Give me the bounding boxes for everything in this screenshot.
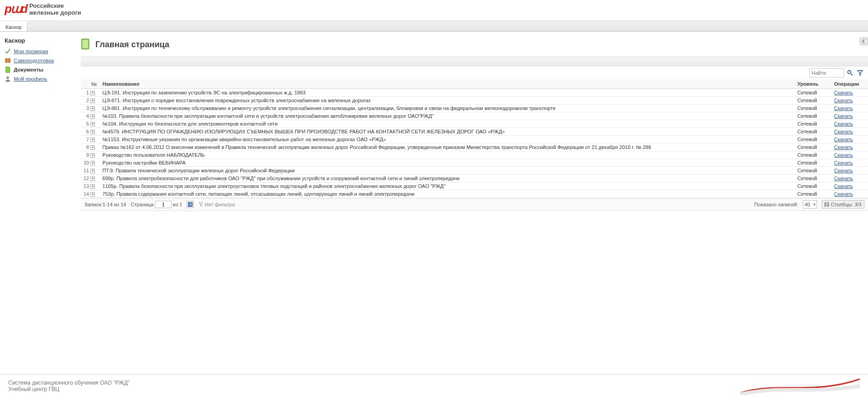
advanced-filter-button[interactable]	[856, 69, 864, 77]
table-row[interactable]: 10 +Руководство настройки ВЕБИНАРАСетево…	[81, 159, 868, 167]
col-header-num[interactable]: №	[81, 79, 100, 89]
table-row[interactable]: 4 +№103. Правила безопасности при эксплу…	[81, 112, 868, 120]
columns-button[interactable]: Столбцы: 3/3	[822, 200, 864, 209]
expand-row-button[interactable]: +	[90, 176, 95, 181]
download-link[interactable]: Скачать	[834, 98, 853, 103]
row-num: 1 +	[81, 89, 100, 97]
expand-row-button[interactable]: +	[90, 145, 95, 150]
expand-row-button[interactable]: +	[90, 169, 95, 173]
expand-row-button[interactable]: +	[90, 130, 95, 134]
row-name: №1153. Инструктивные указания по организ…	[100, 136, 795, 143]
download-link[interactable]: Скачать	[834, 129, 853, 134]
row-level: Сетевой	[795, 120, 831, 128]
columns-icon	[824, 202, 829, 207]
row-num: 6 +	[81, 128, 100, 136]
download-link[interactable]: Скачать	[834, 176, 853, 181]
download-link[interactable]: Скачать	[834, 168, 853, 173]
records-count: Записи:1-14 из 14	[84, 202, 126, 207]
table-row[interactable]: 8 +Приказ №162 от 4.06.2012 О внесении и…	[81, 143, 868, 151]
expand-row-button[interactable]: +	[90, 99, 95, 103]
expand-row-button[interactable]: +	[90, 153, 95, 158]
download-link[interactable]: Скачать	[834, 90, 853, 95]
row-num: 14 +	[81, 190, 100, 198]
funnel-icon	[199, 202, 203, 207]
collapse-button[interactable]	[860, 37, 868, 45]
download-link[interactable]: Скачать	[834, 105, 853, 111]
table-row[interactable]: 2 +ЦЭ-871. Инструкция о порядке восстано…	[81, 97, 868, 105]
sidebar-item-self-prep[interactable]: Самоподготовка	[4, 56, 75, 65]
download-link[interactable]: Скачать	[834, 144, 853, 150]
expand-row-button[interactable]: +	[90, 184, 95, 189]
row-level: Сетевой	[795, 159, 831, 167]
row-level: Сетевой	[795, 136, 831, 143]
table-row[interactable]: 12 +699р. Правила электробезопасности дл…	[81, 175, 868, 182]
page-go-icon	[188, 202, 193, 207]
download-link[interactable]: Скачать	[834, 113, 853, 119]
footer-line1: Система дистанционного обучения ОАО "РЖД…	[8, 380, 130, 386]
brand-line1: Российские	[29, 2, 81, 9]
row-name: ПТЭ. Правила технической эксплуатации же…	[100, 167, 795, 175]
go-page-button[interactable]	[187, 201, 194, 208]
table-row[interactable]: 6 +№4579. ИНСТРУКЦИЯ ПО ОГРАЖДЕНИЮ ИЗОЛИ…	[81, 128, 868, 136]
row-name: 699р. Правила электробезопасности для ра…	[100, 175, 795, 182]
table-row[interactable]: 13 +1105р. Правила безопасности при эксп…	[81, 182, 868, 190]
download-link[interactable]: Скачать	[834, 183, 853, 189]
search-button[interactable]	[846, 69, 854, 77]
sidebar-item-documents[interactable]: Документы	[4, 65, 75, 74]
svg-rect-7	[826, 202, 827, 207]
main-panel: Главная страница № Наименование Уровень …	[79, 32, 868, 379]
download-link[interactable]: Скачать	[834, 152, 853, 158]
row-num: 12 +	[81, 175, 100, 182]
expand-row-button[interactable]: +	[90, 161, 95, 165]
book-open-icon	[5, 57, 11, 64]
expand-row-button[interactable]: +	[90, 106, 95, 111]
user-icon	[5, 76, 11, 82]
table-row[interactable]: 3 +ЦЭ-881. Инструкция по техническому об…	[81, 105, 868, 112]
columns-label: Столбцы: 3/3	[831, 202, 862, 207]
table-row[interactable]: 14 +753р. Правила содержания контактной …	[81, 190, 868, 198]
col-header-level[interactable]: Уровень	[795, 79, 831, 89]
download-link[interactable]: Скачать	[834, 137, 853, 142]
expand-row-button[interactable]: +	[90, 192, 95, 197]
footer-line2: Учебный центр ГВЦ	[8, 386, 130, 392]
row-level: Сетевой	[795, 190, 831, 198]
table-row[interactable]: 7 +№1153. Инструктивные указания по орга…	[81, 136, 868, 143]
main-header: Главная страница	[81, 32, 868, 56]
row-level: Сетевой	[795, 167, 831, 175]
page-title: Главная страница	[95, 40, 169, 50]
table-row[interactable]: 5 +№104. Инструкция по безопасности для …	[81, 120, 868, 128]
page-input[interactable]	[155, 201, 171, 208]
table-row[interactable]: 9 +Руководство пользователя НАБЛЮДАТЕЛЬС…	[81, 151, 868, 159]
row-num: 3 +	[81, 105, 100, 112]
expand-row-button[interactable]: +	[90, 138, 95, 142]
row-level: Сетевой	[795, 112, 831, 120]
tab-kaskor[interactable]: Каскор	[0, 21, 28, 31]
page-size-select[interactable]: 40	[803, 200, 817, 209]
row-name: Руководство пользователя НАБЛЮДАТЕЛЬ	[100, 151, 795, 159]
checkmark-icon	[5, 48, 11, 55]
table-row[interactable]: 1 +ЦЭ-191. Инструкция по заземлению устр…	[81, 89, 868, 97]
download-link[interactable]: Скачать	[834, 121, 853, 127]
row-level: Сетевой	[795, 97, 831, 105]
app-header: pɯd Российские железные дороги	[0, 0, 868, 21]
col-header-name[interactable]: Наименование	[100, 79, 795, 89]
sidebar-item-label: Мои проверки	[14, 49, 48, 54]
download-link[interactable]: Скачать	[834, 160, 853, 165]
separator-bar	[81, 56, 868, 66]
expand-row-button[interactable]: +	[90, 114, 95, 119]
download-link[interactable]: Скачать	[834, 191, 853, 197]
row-name: №4579. ИНСТРУКЦИЯ ПО ОГРАЖДЕНИЮ ИЗОЛИРУЮ…	[100, 128, 795, 136]
brand-mark: pɯd	[5, 2, 27, 16]
search-input[interactable]	[809, 68, 844, 77]
sidebar-item-my-checks[interactable]: Мои проверки	[4, 47, 75, 56]
svg-rect-2	[83, 40, 88, 48]
expand-row-button[interactable]: +	[90, 91, 95, 95]
table-row[interactable]: 11 +ПТЭ. Правила технической эксплуатаци…	[81, 167, 868, 175]
site-footer: Система дистанционного обучения ОАО "РЖД…	[0, 374, 868, 397]
sidebar: Каскор Мои проверки Самоподготовка Докум…	[0, 32, 79, 379]
expand-row-button[interactable]: +	[90, 122, 95, 127]
filter-status[interactable]: Нет фильтра	[199, 202, 235, 207]
sidebar-item-my-profile[interactable]: Мой профиль	[4, 74, 75, 83]
search-icon	[847, 70, 853, 76]
col-header-ops[interactable]: Операции	[831, 79, 868, 89]
